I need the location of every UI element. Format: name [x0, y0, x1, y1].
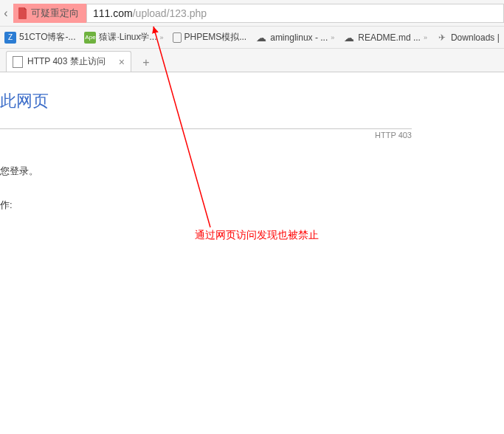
bookmark-51cto[interactable]: Z 51CTO博客-... — [4, 31, 75, 44]
url-input[interactable]: 111.com/upload/123.php — [86, 4, 504, 23]
favicon-cloud: ☁ — [343, 32, 355, 44]
bookmark-label: aminglinux - ... — [270, 32, 328, 43]
bookmark-label: 猿课·Linux学... — [99, 31, 156, 44]
bookmark-phpems[interactable]: PHPEMS模拟... — [173, 31, 247, 44]
annotation-text: 通过网页访问发现也被禁止 — [195, 229, 319, 242]
page-icon — [13, 56, 23, 68]
address-bar: ‹ 可疑重定向 111.com/upload/123.php — [0, 0, 504, 27]
page-heading: 此网页 — [0, 90, 504, 112]
new-tab-button[interactable]: + — [136, 54, 156, 72]
bookmarks-bar: Z 51CTO博客-... Ape 猿课·Linux学... » PHPEMS模… — [0, 27, 504, 49]
bookmark-readme[interactable]: ☁ README.md ... » — [343, 32, 427, 44]
tab-active[interactable]: HTTP 403 禁止访问 × — [6, 51, 131, 72]
url-path: /upload/123.php — [133, 7, 207, 19]
divider — [0, 128, 412, 129]
bookmark-aminglinux[interactable]: ☁ aminglinux - ... » — [255, 32, 334, 44]
favicon-cloud: ☁ — [255, 32, 267, 44]
bookmark-label: 51CTO博客-... — [19, 31, 75, 44]
favicon-page — [173, 32, 182, 43]
warning-label: 可疑重定向 — [31, 7, 79, 20]
error-code: HTTP 403 — [0, 131, 412, 140]
favicon-ape: Ape — [84, 32, 96, 44]
favicon-51cto: Z — [4, 32, 16, 44]
body-line-2: 作: — [0, 199, 504, 212]
chevron-down-icon: » — [160, 34, 164, 41]
tab-title: HTTP 403 禁止访问 — [27, 55, 106, 68]
bookmark-label: Downloads | — [451, 32, 500, 43]
bookmark-downloads[interactable]: ✈ Downloads | — [436, 32, 500, 44]
body-line-1: 您登录。 — [0, 165, 504, 178]
chevron-down-icon: » — [331, 34, 334, 41]
chevron-down-icon: » — [424, 34, 427, 41]
close-tab-icon[interactable]: × — [119, 56, 125, 68]
page-content: 此网页 HTTP 403 您登录。 作: — [0, 72, 504, 212]
tabs-bar: HTTP 403 禁止访问 × + — [0, 49, 504, 72]
bookmark-label: PHPEMS模拟... — [184, 31, 247, 44]
favicon-plane: ✈ — [436, 32, 448, 44]
url-host: 111.com — [93, 7, 133, 19]
security-warning-chip[interactable]: 可疑重定向 — [13, 4, 86, 23]
bookmark-label: README.md ... — [358, 32, 421, 43]
back-button[interactable]: ‹ — [0, 7, 10, 20]
warning-page-icon — [18, 7, 28, 19]
bookmark-ape[interactable]: Ape 猿课·Linux学... » — [84, 31, 163, 44]
